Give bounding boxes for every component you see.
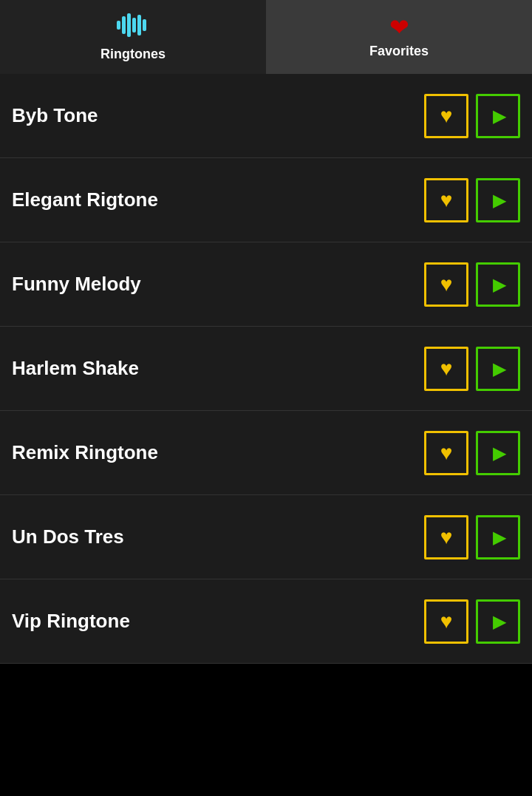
- ringtones-tab-label: Ringtones: [100, 47, 166, 62]
- play-button[interactable]: ▶: [476, 94, 520, 138]
- svg-rect-3: [132, 18, 136, 33]
- play-button[interactable]: ▶: [476, 178, 520, 222]
- list-item: Un Dos Tres ♥ ▶: [0, 495, 532, 579]
- ringtone-actions: ♥ ▶: [424, 347, 520, 391]
- heart-icon: ♥: [440, 527, 453, 548]
- tab-bar: Ringtones ❤ Favorites: [0, 0, 532, 74]
- ringtone-actions: ♥ ▶: [424, 94, 520, 138]
- ringtone-name: Un Dos Tres: [12, 525, 124, 548]
- tab-ringtones[interactable]: Ringtones: [0, 0, 266, 74]
- list-item: Elegant Rigtone ♥ ▶: [0, 158, 532, 242]
- heart-icon: ♥: [440, 358, 453, 379]
- bottom-area: [0, 664, 532, 796]
- favorite-button[interactable]: ♥: [424, 431, 468, 475]
- ringtone-actions: ♥ ▶: [424, 599, 520, 644]
- play-icon: ▶: [493, 613, 506, 630]
- list-item: Harlem Shake ♥ ▶: [0, 327, 532, 411]
- favorite-button[interactable]: ♥: [424, 599, 468, 644]
- favorite-button[interactable]: ♥: [424, 262, 468, 307]
- play-icon: ▶: [493, 107, 506, 125]
- ringtone-name: Elegant Rigtone: [12, 188, 158, 211]
- svg-rect-2: [127, 13, 131, 37]
- ringtone-name: Harlem Shake: [12, 357, 139, 380]
- play-button[interactable]: ▶: [476, 347, 520, 391]
- list-item: Remix Ringtone ♥ ▶: [0, 411, 532, 495]
- play-icon: ▶: [493, 444, 506, 462]
- svg-rect-0: [117, 21, 120, 30]
- ringtone-actions: ♥ ▶: [424, 431, 520, 475]
- favorite-button[interactable]: ♥: [424, 94, 468, 138]
- ringtone-name: Funny Melody: [12, 273, 141, 296]
- play-icon: ▶: [493, 360, 506, 378]
- heart-icon: ♥: [440, 611, 453, 632]
- heart-tab-icon: ❤: [389, 16, 409, 39]
- play-icon: ▶: [493, 276, 506, 293]
- svg-rect-4: [137, 15, 141, 35]
- ringtone-list: Byb Tone ♥ ▶ Elegant Rigtone ♥ ▶ Funny M…: [0, 74, 532, 664]
- ringtone-actions: ♥ ▶: [424, 178, 520, 222]
- ringtone-name: Vip Ringtone: [12, 610, 130, 633]
- favorites-tab-label: Favorites: [369, 44, 429, 59]
- favorite-button[interactable]: ♥: [424, 347, 468, 391]
- ringtone-name: Remix Ringtone: [12, 441, 158, 464]
- play-button[interactable]: ▶: [476, 431, 520, 475]
- waveform-icon: [117, 12, 149, 42]
- play-button[interactable]: ▶: [476, 599, 520, 644]
- heart-icon: ♥: [440, 443, 453, 463]
- ringtone-actions: ♥ ▶: [424, 515, 520, 559]
- ringtone-name: Byb Tone: [12, 104, 98, 127]
- list-item: Byb Tone ♥ ▶: [0, 74, 532, 158]
- list-item: Vip Ringtone ♥ ▶: [0, 579, 532, 664]
- favorite-button[interactable]: ♥: [424, 178, 468, 222]
- heart-icon: ♥: [440, 106, 453, 126]
- favorite-button[interactable]: ♥: [424, 515, 468, 559]
- play-icon: ▶: [493, 191, 506, 209]
- heart-icon: ♥: [440, 274, 453, 295]
- list-item: Funny Melody ♥ ▶: [0, 242, 532, 327]
- play-button[interactable]: ▶: [476, 515, 520, 559]
- ringtone-actions: ♥ ▶: [424, 262, 520, 307]
- tab-favorites[interactable]: ❤ Favorites: [266, 0, 532, 74]
- play-button[interactable]: ▶: [476, 262, 520, 307]
- svg-rect-1: [122, 16, 126, 34]
- play-icon: ▶: [493, 528, 506, 546]
- svg-rect-5: [143, 19, 146, 31]
- heart-icon: ♥: [440, 190, 453, 211]
